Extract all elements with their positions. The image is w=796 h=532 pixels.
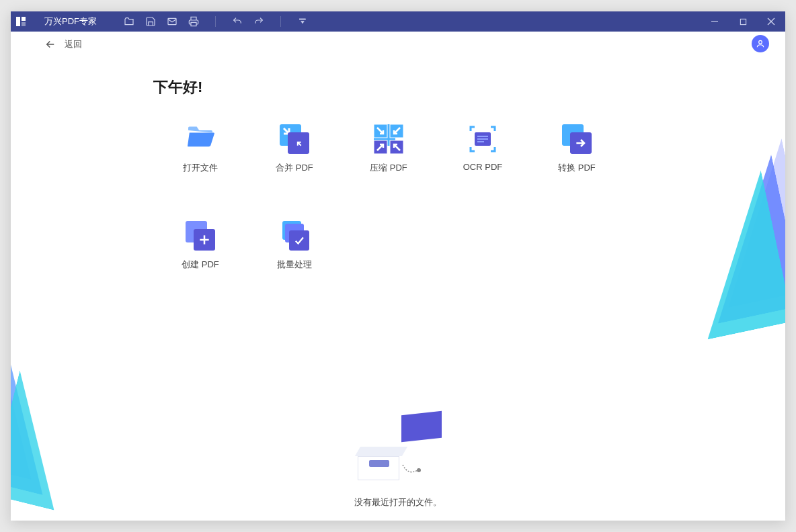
tile-label: 批量处理	[277, 259, 312, 271]
maximize-button[interactable]	[729, 11, 757, 32]
tile-ocr-pdf[interactable]: OCR PDF	[436, 124, 530, 174]
greeting-text: 下午好!	[153, 77, 785, 97]
tile-convert-pdf[interactable]: 转换 PDF	[530, 124, 624, 174]
tile-label: 创建 PDF	[182, 259, 219, 271]
svg-rect-8	[740, 19, 746, 24]
compress-icon	[374, 124, 403, 154]
undo-icon[interactable]	[232, 16, 243, 27]
tile-label: OCR PDF	[463, 162, 503, 172]
batch-icon	[280, 221, 309, 251]
tile-label: 压缩 PDF	[370, 162, 407, 174]
print-icon[interactable]	[188, 16, 199, 27]
svg-marker-6	[301, 21, 305, 24]
tile-label: 转换 PDF	[558, 162, 596, 174]
convert-icon	[562, 124, 592, 154]
svg-point-20	[417, 468, 421, 472]
create-icon	[186, 221, 215, 251]
empty-message: 没有最近打开的文件。	[354, 496, 442, 508]
back-label: 返回	[65, 38, 82, 50]
app-logo-icon	[11, 11, 31, 32]
app-window: 万兴PDF专家 返回 下午好!	[11, 11, 785, 521]
empty-illustration-icon	[351, 406, 445, 487]
mail-icon[interactable]	[167, 16, 177, 27]
tile-compress-pdf[interactable]: 压缩 PDF	[342, 124, 436, 174]
ocr-icon	[468, 124, 497, 154]
close-button[interactable]	[757, 11, 785, 32]
app-title: 万兴PDF专家	[44, 15, 97, 28]
back-arrow-icon	[44, 38, 56, 50]
open-folder-icon[interactable]	[124, 16, 134, 27]
folder-open-icon	[186, 124, 215, 154]
tile-open-file[interactable]: 打开文件	[153, 124, 247, 174]
merge-icon	[280, 124, 309, 154]
tile-label: 打开文件	[183, 162, 218, 174]
save-icon[interactable]	[145, 16, 156, 27]
titlebar: 万兴PDF专家	[11, 11, 785, 32]
svg-rect-5	[299, 19, 305, 19]
svg-rect-1	[22, 17, 26, 21]
toolbar-icons	[124, 16, 308, 27]
empty-state: 没有最近打开的文件。	[351, 406, 445, 508]
tile-batch-process[interactable]: 批量处理	[247, 221, 342, 271]
back-button[interactable]: 返回	[44, 38, 82, 50]
subheader: 返回	[11, 32, 785, 57]
minimize-button[interactable]	[701, 11, 729, 32]
svg-point-12	[759, 40, 762, 44]
content-area: 下午好! 打开文件 合并 PDF	[11, 57, 785, 521]
svg-rect-2	[22, 22, 26, 26]
tile-merge-pdf[interactable]: 合并 PDF	[247, 124, 342, 174]
user-avatar[interactable]	[752, 35, 769, 52]
tile-create-pdf[interactable]: 创建 PDF	[153, 221, 247, 271]
action-tiles: 打开文件 合并 PDF	[153, 124, 785, 271]
svg-rect-0	[16, 17, 20, 26]
tile-label: 合并 PDF	[276, 162, 313, 174]
dropdown-menu-icon[interactable]	[297, 16, 308, 27]
svg-rect-4	[191, 22, 196, 26]
redo-icon[interactable]	[253, 16, 264, 27]
window-controls	[701, 11, 785, 32]
